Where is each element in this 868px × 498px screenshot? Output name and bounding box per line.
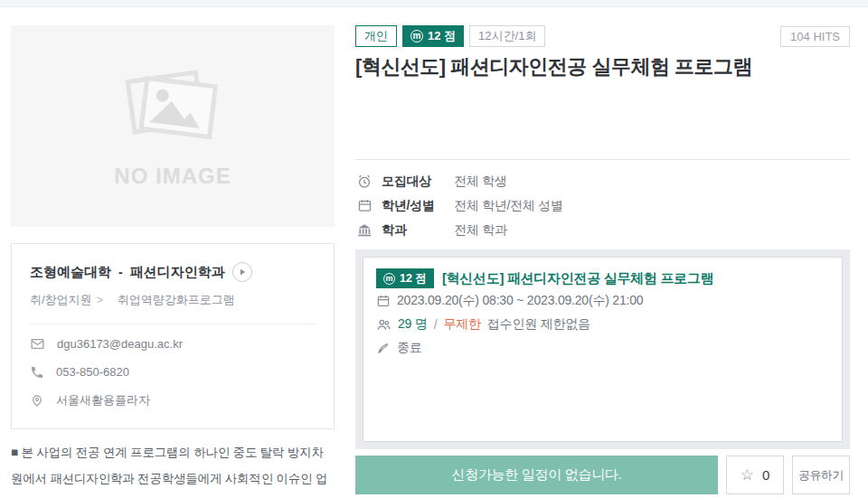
bank-icon [355,222,373,239]
expand-play-button[interactable] [232,262,252,282]
schedule-date-range: 2023.09.20(수) 08:30 ~ 2023.09.20(수) 21:0… [397,293,643,309]
capacity-count: 29 명 [398,316,428,333]
info-value: 전체 학년/전체 성별 [454,198,562,214]
people-icon [376,317,392,333]
calendar-icon [376,294,391,308]
badge-points-label: 12 점 [428,28,456,44]
location-pin-icon [30,393,44,408]
favorite-button[interactable]: ☆ 0 [726,456,784,494]
badge-mileage-points: m 12 점 [402,25,464,47]
mileage-icon: m [410,30,423,42]
action-bar: 신청가능한 일정이 없습니다. ☆ 0 공유하기 [355,456,850,494]
contact-phone-row: 053-850-6820 [30,358,316,386]
department-name: 패션디자인학과 [130,264,225,281]
share-button[interactable]: 공유하기 [792,456,850,494]
top-strip [0,0,868,7]
phone-icon [30,365,44,380]
badge-personal: 개인 [355,25,397,47]
right-column: 개인 m 12 점 12시간/1회 104 HITS [혁신선도] 패션디자인전… [355,25,850,498]
favorite-count: 0 [762,467,769,483]
star-icon: ☆ [741,467,754,483]
schedule-status-row: 종료 [376,336,829,360]
pen-icon [376,341,391,355]
badge-duration: 12시간/1회 [469,25,545,47]
schedule-panel: m 12 점 [혁신선도] 패션디자인전공 실무체험 프로그램 2023.09.… [355,249,850,449]
info-label: 모집대상 [382,174,454,190]
contact-email-row: dgu36173@deagu.ac.kr [30,330,316,358]
program-description: ■ 본 사업의 전공 연계 프로그램의 하나인 중도 탈락 방지차원에서 패션디… [11,439,335,498]
hits-counter: 104 HITS [780,26,850,47]
contact-location[interactable]: 서울새활용플라자 [56,392,150,409]
breadcrumb-program-type[interactable]: 취업역량강화프로그램 [118,292,235,308]
apply-button[interactable]: 신청가능한 일정이 없습니다. [355,456,718,494]
card-divider [30,324,316,324]
organization-row: 조형예술대학 - 패션디자인학과 [30,262,316,282]
badge-duration-label: 12시간/1회 [478,28,536,44]
calendar-icon [355,198,373,213]
mail-icon [30,336,45,352]
program-detail-page: NO IMAGE 조형예술대학 - 패션디자인학과 취/창업지원 > 취업역량강… [0,7,868,498]
schedule-card-header: m 12 점 [혁신선도] 패션디자인전공 실무체험 프로그램 [376,268,829,289]
schedule-points-label: 12 점 [400,271,427,287]
schedule-title: [혁신선도] 패션디자인전공 실무체험 프로그램 [442,270,713,287]
capacity-separator: / [434,317,438,332]
info-value: 전체 학생 [454,174,506,190]
badge-personal-label: 개인 [364,28,388,44]
info-row-grade-gender: 학년/성별 전체 학년/전체 성별 [355,193,850,218]
breadcrumb: 취/창업지원 > 취업역량강화프로그램 [30,292,316,308]
schedule-capacity-row: 29 명 / 무제한 접수인원 제한없음 [376,313,829,336]
program-info-list: 모집대상 전체 학생 학년/성별 전체 학년/전체 성별 학과 [355,169,850,242]
schedule-date-row: 2023.09.20(수) 08:30 ~ 2023.09.20(수) 21:0… [376,289,829,313]
capacity-unlimited: 무제한 [443,316,480,333]
capacity-note: 접수인원 제한없음 [487,316,590,333]
info-row-target: 모집대상 전체 학생 [355,169,850,193]
breadcrumb-category[interactable]: 취/창업지원 [30,292,92,308]
no-image-label: NO IMAGE [114,164,231,189]
contact-phone[interactable]: 053-850-6820 [56,365,129,379]
organization-card: 조형예술대학 - 패션디자인학과 취/창업지원 > 취업역량강화프로그램 [11,243,335,429]
contact-location-row: 서울새활용플라자 [30,386,316,414]
page-title: [혁신선도] 패션디자인전공 실무체험 프로그램 [355,54,850,80]
info-row-department: 학과 전체 학과 [355,218,850,242]
schedule-points-badge: m 12 점 [376,268,434,288]
chevron-right-icon: > [97,294,103,306]
no-image-icon [118,64,227,151]
schedule-status: 종료 [397,340,422,356]
mileage-icon: m [383,273,395,285]
info-label: 학과 [382,222,454,239]
college-name: 조형예술대학 [30,264,111,281]
info-label: 학년/성별 [382,198,454,214]
schedule-card[interactable]: m 12 점 [혁신선도] 패션디자인전공 실무체험 프로그램 2023.09.… [363,257,843,442]
contact-email[interactable]: dgu36173@deagu.ac.kr [57,337,183,351]
program-image-placeholder: NO IMAGE [11,25,335,227]
alarm-clock-icon [355,174,373,190]
org-separator: - [118,265,123,279]
info-value: 전체 학과 [454,222,506,239]
section-divider [355,159,850,160]
badges-row: 개인 m 12 점 12시간/1회 104 HITS [355,25,850,47]
left-column: NO IMAGE 조형예술대학 - 패션디자인학과 취/창업지원 > 취업역량강… [11,25,335,498]
